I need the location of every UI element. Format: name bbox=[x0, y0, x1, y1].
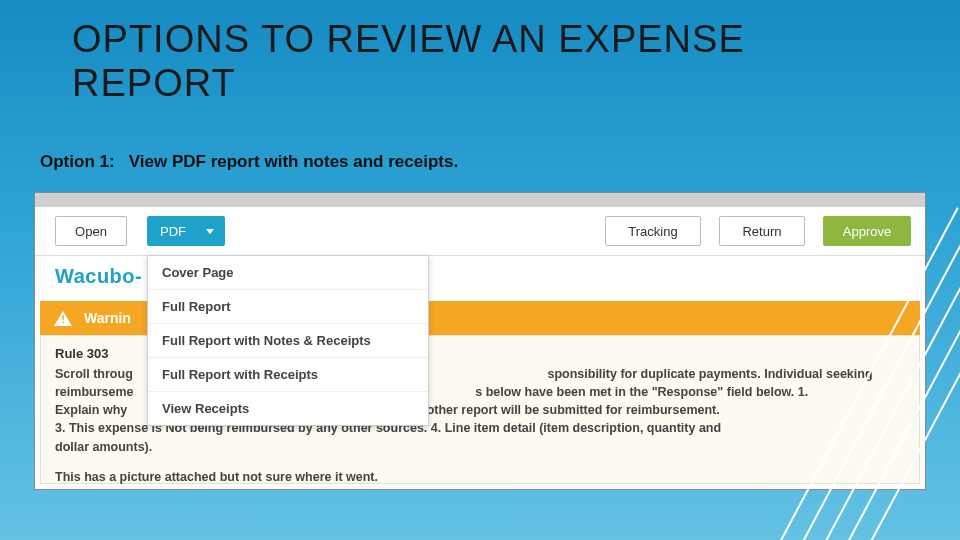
warning-icon bbox=[54, 311, 72, 326]
return-button[interactable]: Return bbox=[719, 216, 805, 246]
window-chrome bbox=[35, 193, 925, 207]
report-title: Wacubo- bbox=[55, 265, 142, 288]
pdf-dropdown-menu: Cover Page Full Report Full Report with … bbox=[147, 255, 429, 426]
option-line: Option 1: View PDF report with notes and… bbox=[40, 152, 458, 172]
dropdown-item-full-report[interactable]: Full Report bbox=[148, 290, 428, 324]
warning-label: Warnin bbox=[84, 310, 131, 326]
dropdown-item-full-report-notes-receipts[interactable]: Full Report with Notes & Receipts bbox=[148, 324, 428, 358]
option-text: View PDF report with notes and receipts. bbox=[129, 152, 458, 171]
toolbar: Open PDF Tracking Return Approve bbox=[35, 207, 925, 256]
approve-button[interactable]: Approve bbox=[823, 216, 911, 246]
slide-title: OPTIONS TO REVIEW AN EXPENSE REPORT bbox=[72, 18, 800, 105]
rule-note: This has a picture attached but not sure… bbox=[55, 468, 905, 486]
slide: OPTIONS TO REVIEW AN EXPENSE REPORT Opti… bbox=[0, 0, 960, 540]
pdf-dropdown-button[interactable]: PDF bbox=[147, 216, 225, 246]
dropdown-item-full-report-receipts[interactable]: Full Report with Receipts bbox=[148, 358, 428, 392]
option-label: Option 1: bbox=[40, 152, 115, 171]
open-button[interactable]: Open bbox=[55, 216, 127, 246]
dropdown-item-view-receipts[interactable]: View Receipts bbox=[148, 392, 428, 425]
pdf-button-label: PDF bbox=[160, 224, 186, 239]
dropdown-item-cover-page[interactable]: Cover Page bbox=[148, 256, 428, 290]
tracking-button[interactable]: Tracking bbox=[605, 216, 701, 246]
screenshot-panel: Open PDF Tracking Return Approve Wacubo-… bbox=[34, 192, 926, 490]
caret-down-icon bbox=[206, 229, 214, 234]
